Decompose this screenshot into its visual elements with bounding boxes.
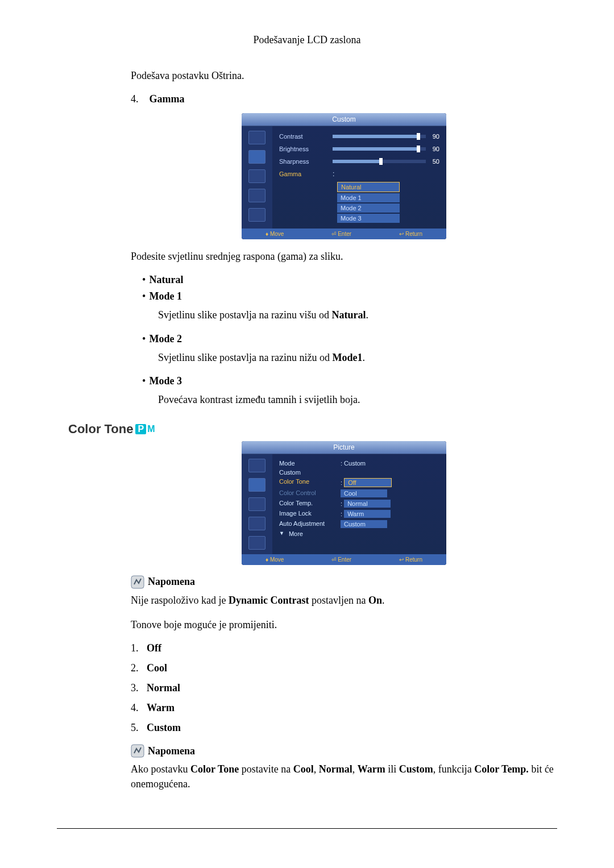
bullet-mode1: • Mode 1 [131,290,557,302]
ct-item-4: 4.Warm [131,702,557,714]
gamma-osd: Custom Contrast 90 [242,113,446,239]
ct-item-5: 5.Custom [131,722,557,734]
osd2-title: Picture [242,441,446,454]
osd2-row-autoadj: Auto Adjustment Custom [279,520,439,528]
osd-opt-natural: Natural [337,182,400,192]
note-2: Napomena [131,744,557,758]
gamma-after-osd: Podesite svjetlinu srednjeg raspona (gam… [131,250,557,264]
gamma-number: 4. [131,93,147,105]
osd-value-sharpness: 50 [429,158,439,165]
osd-label-gamma: Gamma [279,171,328,177]
osd-slider-sharpness: 50 [333,158,439,165]
side-icon-3 [248,169,265,183]
osd2-main: Mode : Custom Custom Color Tone : Off Co… [272,454,446,554]
osd-opt-mode1: Mode 1 [337,193,400,202]
osd-main: Contrast 90 Brightness 90 [272,126,446,229]
osd-footer: ♦ Move ⏎ Enter ↩ Return [242,229,446,239]
osd2-row-more: More [279,530,439,537]
osd-label-sharpness: Sharpness [279,158,328,165]
bullet-mode2-label: Mode 2 [150,333,182,344]
note1-label: Napomena [148,576,195,588]
osd2-row-custom: Custom [279,469,439,476]
color-tone-title: Color Tone [68,422,133,437]
mode2-desc: Svjetlinu slike postavlja na razinu nižu… [158,351,557,365]
side-icon-4b [248,517,265,530]
osd2-body: Mode : Custom Custom Color Tone : Off Co… [242,454,446,554]
bullet-mode1-label: Mode 1 [150,290,182,302]
osd2-footer-return: ↩ Return [399,556,422,563]
side-icon-1b [248,459,265,472]
side-icon-4 [248,189,265,202]
colortone-para2: Tonove boje moguće je promijeniti. [131,618,557,632]
osd2-row-colortemp: Color Temp. : Normal [279,500,439,508]
ct-item-3: 3.Normal [131,682,557,694]
osd-label-brightness: Brightness [279,146,328,152]
note1-text: Nije raspoloživo kad je Dynamic Contrast… [131,593,557,608]
osd-value-contrast: 90 [429,133,439,140]
mode3-desc: Povećava kontrast između tamnih i svijet… [158,393,557,407]
osd-opt-mode2: Mode 2 [337,203,400,213]
osd-footer-return: ↩ Return [399,231,422,237]
note-icon-2 [131,744,144,758]
osd-row-brightness: Brightness 90 [279,144,439,153]
side-icon-2b [248,478,265,492]
osd-footer-enter: ⏎ Enter [331,231,351,237]
bullet-mode3: • Mode 3 [131,375,557,387]
osd-title: Custom [242,113,446,126]
badge-icon: PM [135,424,156,434]
gamma-heading: 4. Gamma [131,93,557,105]
note-icon [131,575,144,589]
osd-row-sharpness: Sharpness 50 [279,157,439,166]
footer-rule [57,828,557,829]
osd-row-contrast: Contrast 90 [279,132,439,141]
ct-item-2: 2.Cool [131,662,557,674]
colortone-osd: Picture Mode : Custom Custom [242,441,446,565]
side-icon-2 [248,150,265,164]
osd-slider-brightness: 90 [333,146,439,152]
osd-label-contrast: Contrast [279,133,328,140]
osd-slider-contrast: 90 [333,133,439,140]
bullet-natural-label: Natural [150,274,184,285]
gamma-title: Gamma [150,93,185,105]
content-body: Podešava postavku Oštrina. 4. Gamma Cust… [131,69,557,407]
bullet-mode3-label: Mode 3 [150,375,182,387]
note2-label: Napomena [148,745,195,757]
osd2-row-imagelock: Image Lock : Warm [279,510,439,518]
osd2-footer-move: ♦ Move [265,556,284,563]
osd-value-brightness: 90 [429,146,439,152]
osd-opt-mode3: Mode 3 [337,214,400,223]
color-tone-body: Picture Mode : Custom Custom [131,441,557,791]
side-icon-5b [248,536,265,550]
note2-text: Ako postavku Color Tone postavite na Coo… [131,762,557,791]
page-header: Podešavanje LCD zaslona [57,34,557,46]
page: Podešavanje LCD zaslona Podešava postavk… [0,0,614,868]
osd2-row-colorcontrol: Color Control Cool [279,489,439,497]
osd2-footer: ♦ Move ⏎ Enter ↩ Return [242,554,446,565]
osd2-sidebar [242,454,272,554]
side-icon-5 [248,208,265,222]
badge-m: M [146,424,156,434]
osd2-footer-enter: ⏎ Enter [331,556,351,563]
note-1: Napomena [131,575,557,589]
osd-row-gamma: Gamma : [279,169,439,178]
badge-p: P [135,424,146,434]
side-icon-1 [248,131,265,144]
osd2-row-colortone: Color Tone : Off [279,478,439,487]
mode1-desc: Svjetlinu slike postavlja na razinu višu… [158,308,557,322]
osd-footer-move: ♦ Move [265,231,284,237]
bullet-mode2: • Mode 2 [131,333,557,345]
osd-sidebar [242,126,272,229]
ct-item-1: 1.Off [131,642,557,654]
side-icon-3b [248,497,265,511]
osd-body: Contrast 90 Brightness 90 [242,126,446,229]
osd2-row-mode: Mode : Custom [279,460,439,467]
color-tone-heading: Color Tone PM [68,422,557,437]
intro-paragraph: Podešava postavku Oštrina. [131,69,557,83]
osd-gamma-options: Natural Mode 1 Mode 2 Mode 3 [337,182,400,223]
bullet-natural: • Natural [131,274,557,286]
